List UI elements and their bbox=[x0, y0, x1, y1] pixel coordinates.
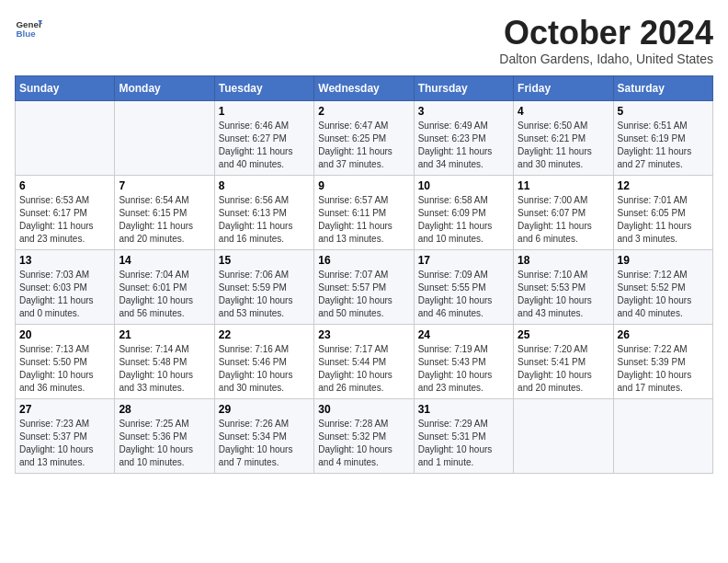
day-cell bbox=[613, 398, 712, 473]
day-cell: 31Sunrise: 7:29 AM Sunset: 5:31 PM Dayli… bbox=[414, 398, 513, 473]
day-number: 26 bbox=[618, 328, 709, 341]
week-row-2: 6Sunrise: 6:53 AM Sunset: 6:17 PM Daylig… bbox=[16, 175, 713, 249]
day-number: 20 bbox=[19, 328, 110, 341]
title-block: October 2024 Dalton Gardens, Idaho, Unit… bbox=[499, 15, 713, 66]
day-cell: 23Sunrise: 7:17 AM Sunset: 5:44 PM Dayli… bbox=[314, 324, 414, 398]
day-detail: Sunrise: 7:07 AM Sunset: 5:57 PM Dayligh… bbox=[318, 269, 409, 320]
day-detail: Sunrise: 6:54 AM Sunset: 6:15 PM Dayligh… bbox=[119, 194, 210, 246]
day-number: 6 bbox=[19, 179, 110, 192]
day-number: 21 bbox=[119, 328, 210, 341]
day-detail: Sunrise: 6:57 AM Sunset: 6:11 PM Dayligh… bbox=[318, 194, 409, 246]
day-number: 12 bbox=[618, 179, 709, 192]
day-number: 23 bbox=[318, 328, 409, 341]
day-cell: 20Sunrise: 7:13 AM Sunset: 5:50 PM Dayli… bbox=[16, 324, 115, 398]
day-cell: 30Sunrise: 7:28 AM Sunset: 5:32 PM Dayli… bbox=[314, 398, 414, 473]
day-number: 5 bbox=[618, 105, 709, 118]
day-detail: Sunrise: 7:14 AM Sunset: 5:48 PM Dayligh… bbox=[119, 343, 210, 395]
day-number: 14 bbox=[119, 254, 210, 267]
day-number: 28 bbox=[119, 403, 210, 416]
column-header-monday: Monday bbox=[115, 75, 214, 100]
day-detail: Sunrise: 7:12 AM Sunset: 5:52 PM Dayligh… bbox=[618, 269, 709, 320]
day-detail: Sunrise: 7:10 AM Sunset: 5:53 PM Dayligh… bbox=[518, 269, 609, 320]
day-detail: Sunrise: 7:01 AM Sunset: 6:05 PM Dayligh… bbox=[618, 194, 709, 246]
day-number: 30 bbox=[318, 403, 409, 416]
day-cell: 21Sunrise: 7:14 AM Sunset: 5:48 PM Dayli… bbox=[115, 324, 214, 398]
day-cell: 28Sunrise: 7:25 AM Sunset: 5:36 PM Dayli… bbox=[115, 398, 214, 473]
day-number: 13 bbox=[19, 254, 110, 267]
day-detail: Sunrise: 6:47 AM Sunset: 6:25 PM Dayligh… bbox=[318, 120, 409, 171]
day-number: 10 bbox=[418, 179, 509, 192]
day-number: 29 bbox=[219, 403, 310, 416]
day-number: 7 bbox=[119, 179, 210, 192]
day-number: 4 bbox=[518, 105, 609, 118]
day-cell: 26Sunrise: 7:22 AM Sunset: 5:39 PM Dayli… bbox=[613, 324, 712, 398]
day-cell: 14Sunrise: 7:04 AM Sunset: 6:01 PM Dayli… bbox=[115, 249, 214, 324]
day-detail: Sunrise: 6:49 AM Sunset: 6:23 PM Dayligh… bbox=[418, 120, 509, 171]
day-detail: Sunrise: 7:19 AM Sunset: 5:43 PM Dayligh… bbox=[418, 343, 509, 395]
day-cell: 11Sunrise: 7:00 AM Sunset: 6:07 PM Dayli… bbox=[514, 175, 613, 249]
page-header: General Blue General Blue October 2024 D… bbox=[15, 15, 713, 66]
day-detail: Sunrise: 7:28 AM Sunset: 5:32 PM Dayligh… bbox=[318, 418, 409, 469]
column-header-thursday: Thursday bbox=[414, 75, 513, 100]
day-number: 11 bbox=[518, 179, 609, 192]
logo-icon: General Blue bbox=[15, 15, 42, 42]
day-cell: 17Sunrise: 7:09 AM Sunset: 5:55 PM Dayli… bbox=[414, 249, 513, 324]
day-cell: 4Sunrise: 6:50 AM Sunset: 6:21 PM Daylig… bbox=[514, 100, 613, 175]
day-cell: 3Sunrise: 6:49 AM Sunset: 6:23 PM Daylig… bbox=[414, 100, 513, 175]
day-number: 9 bbox=[318, 179, 409, 192]
day-detail: Sunrise: 7:26 AM Sunset: 5:34 PM Dayligh… bbox=[219, 418, 310, 469]
day-cell: 22Sunrise: 7:16 AM Sunset: 5:46 PM Dayli… bbox=[214, 324, 313, 398]
day-number: 24 bbox=[418, 328, 509, 341]
week-row-4: 20Sunrise: 7:13 AM Sunset: 5:50 PM Dayli… bbox=[16, 324, 713, 398]
day-cell: 29Sunrise: 7:26 AM Sunset: 5:34 PM Dayli… bbox=[214, 398, 313, 473]
day-cell: 12Sunrise: 7:01 AM Sunset: 6:05 PM Dayli… bbox=[613, 175, 712, 249]
day-cell: 25Sunrise: 7:20 AM Sunset: 5:41 PM Dayli… bbox=[514, 324, 613, 398]
day-cell: 9Sunrise: 6:57 AM Sunset: 6:11 PM Daylig… bbox=[314, 175, 414, 249]
day-detail: Sunrise: 6:50 AM Sunset: 6:21 PM Dayligh… bbox=[518, 120, 609, 171]
day-number: 18 bbox=[518, 254, 609, 267]
calendar-table: SundayMondayTuesdayWednesdayThursdayFrid… bbox=[15, 75, 713, 474]
day-detail: Sunrise: 7:25 AM Sunset: 5:36 PM Dayligh… bbox=[119, 418, 210, 469]
day-detail: Sunrise: 7:09 AM Sunset: 5:55 PM Dayligh… bbox=[418, 269, 509, 320]
day-cell: 8Sunrise: 6:56 AM Sunset: 6:13 PM Daylig… bbox=[214, 175, 313, 249]
day-number: 22 bbox=[219, 328, 310, 341]
day-cell: 5Sunrise: 6:51 AM Sunset: 6:19 PM Daylig… bbox=[613, 100, 712, 175]
column-header-sunday: Sunday bbox=[16, 75, 115, 100]
day-detail: Sunrise: 7:29 AM Sunset: 5:31 PM Dayligh… bbox=[418, 418, 509, 469]
day-detail: Sunrise: 6:46 AM Sunset: 6:27 PM Dayligh… bbox=[219, 120, 310, 171]
day-detail: Sunrise: 7:00 AM Sunset: 6:07 PM Dayligh… bbox=[518, 194, 609, 246]
day-cell: 7Sunrise: 6:54 AM Sunset: 6:15 PM Daylig… bbox=[115, 175, 214, 249]
day-cell bbox=[514, 398, 613, 473]
day-cell: 1Sunrise: 6:46 AM Sunset: 6:27 PM Daylig… bbox=[214, 100, 313, 175]
day-cell bbox=[16, 100, 115, 175]
column-header-saturday: Saturday bbox=[613, 75, 712, 100]
calendar-title: October 2024 bbox=[499, 15, 713, 52]
day-cell: 18Sunrise: 7:10 AM Sunset: 5:53 PM Dayli… bbox=[514, 249, 613, 324]
day-number: 16 bbox=[318, 254, 409, 267]
day-cell: 16Sunrise: 7:07 AM Sunset: 5:57 PM Dayli… bbox=[314, 249, 414, 324]
header-row: SundayMondayTuesdayWednesdayThursdayFrid… bbox=[16, 75, 713, 100]
day-number: 25 bbox=[518, 328, 609, 341]
week-row-1: 1Sunrise: 6:46 AM Sunset: 6:27 PM Daylig… bbox=[16, 100, 713, 175]
day-detail: Sunrise: 6:53 AM Sunset: 6:17 PM Dayligh… bbox=[19, 194, 110, 246]
column-header-tuesday: Tuesday bbox=[214, 75, 313, 100]
day-number: 31 bbox=[418, 403, 509, 416]
column-header-wednesday: Wednesday bbox=[314, 75, 414, 100]
day-detail: Sunrise: 6:56 AM Sunset: 6:13 PM Dayligh… bbox=[219, 194, 310, 246]
day-number: 1 bbox=[219, 105, 310, 118]
day-detail: Sunrise: 7:22 AM Sunset: 5:39 PM Dayligh… bbox=[618, 343, 709, 395]
day-cell: 6Sunrise: 6:53 AM Sunset: 6:17 PM Daylig… bbox=[16, 175, 115, 249]
week-row-5: 27Sunrise: 7:23 AM Sunset: 5:37 PM Dayli… bbox=[16, 398, 713, 473]
day-number: 3 bbox=[418, 105, 509, 118]
day-cell: 15Sunrise: 7:06 AM Sunset: 5:59 PM Dayli… bbox=[214, 249, 313, 324]
day-number: 27 bbox=[19, 403, 110, 416]
day-detail: Sunrise: 6:51 AM Sunset: 6:19 PM Dayligh… bbox=[618, 120, 709, 171]
day-number: 2 bbox=[318, 105, 409, 118]
day-number: 17 bbox=[418, 254, 509, 267]
day-detail: Sunrise: 7:17 AM Sunset: 5:44 PM Dayligh… bbox=[318, 343, 409, 395]
day-cell: 19Sunrise: 7:12 AM Sunset: 5:52 PM Dayli… bbox=[613, 249, 712, 324]
calendar-subtitle: Dalton Gardens, Idaho, United States bbox=[499, 52, 713, 66]
day-number: 8 bbox=[219, 179, 310, 192]
day-detail: Sunrise: 7:04 AM Sunset: 6:01 PM Dayligh… bbox=[119, 269, 210, 320]
column-header-friday: Friday bbox=[514, 75, 613, 100]
